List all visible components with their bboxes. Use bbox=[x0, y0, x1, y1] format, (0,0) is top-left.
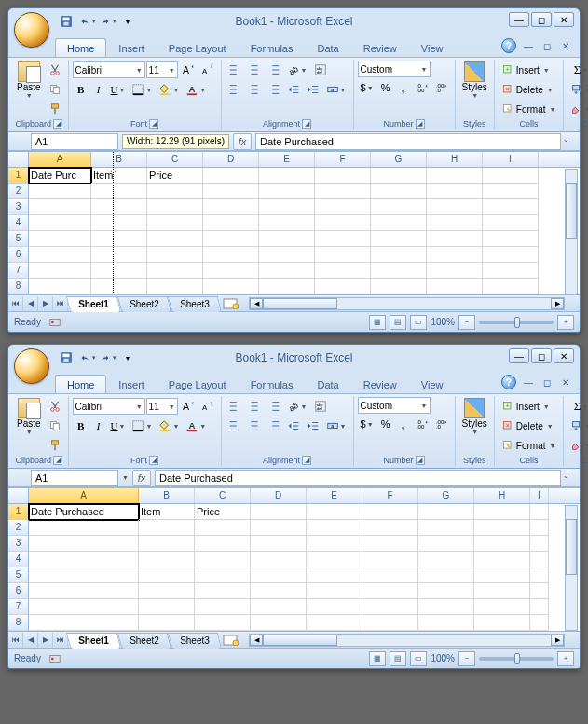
ribbon-tab-page layout[interactable]: Page Layout bbox=[157, 38, 239, 57]
sheet-nav-first[interactable]: ⏮ bbox=[8, 296, 23, 311]
column-header-D[interactable]: D bbox=[203, 152, 259, 167]
cell-F4[interactable] bbox=[362, 552, 418, 567]
help-button[interactable]: ? bbox=[501, 38, 516, 53]
qat-undo-button[interactable]: ▾ bbox=[77, 349, 96, 366]
select-all-corner[interactable] bbox=[8, 488, 29, 503]
cell-F8[interactable] bbox=[315, 279, 371, 294]
cell-D2[interactable] bbox=[251, 520, 307, 536]
currency-button[interactable]: $▼ bbox=[358, 415, 376, 433]
cell-I3[interactable] bbox=[530, 536, 549, 552]
comma-button[interactable]: , bbox=[395, 78, 412, 97]
row-header-1[interactable]: 1 bbox=[8, 168, 29, 184]
ribbon-tab-home[interactable]: Home bbox=[55, 38, 106, 57]
ribbon-tab-insert[interactable]: Insert bbox=[106, 38, 157, 57]
align-right-button[interactable] bbox=[265, 417, 283, 435]
cell-I2[interactable] bbox=[483, 184, 539, 199]
autosum-button[interactable]: Σ▼ bbox=[567, 61, 588, 79]
row-header-4[interactable]: 4 bbox=[8, 552, 29, 567]
qat-undo-button[interactable]: ▾ bbox=[77, 13, 96, 30]
cell-I7[interactable] bbox=[530, 599, 549, 615]
column-header-B[interactable]: B bbox=[91, 152, 147, 167]
page-layout-view-button[interactable]: ▤ bbox=[390, 315, 406, 330]
cell-B1[interactable]: Item bbox=[91, 168, 147, 184]
cell-I5[interactable] bbox=[530, 567, 549, 583]
ribbon-tab-home[interactable]: Home bbox=[55, 375, 106, 393]
office-button[interactable] bbox=[14, 348, 49, 384]
cell-D6[interactable] bbox=[251, 583, 307, 599]
cell-D3[interactable] bbox=[251, 536, 307, 552]
cell-A8[interactable] bbox=[29, 279, 91, 294]
cell-D6[interactable] bbox=[203, 247, 259, 263]
new-sheet-button[interactable] bbox=[221, 297, 241, 310]
cell-A5[interactable] bbox=[29, 567, 139, 583]
cell-E6[interactable] bbox=[259, 247, 315, 263]
qat-redo-button[interactable]: ▾ bbox=[98, 349, 116, 366]
bold-button[interactable]: B bbox=[73, 417, 89, 435]
cell-C3[interactable] bbox=[147, 199, 203, 215]
column-header-G[interactable]: G bbox=[371, 152, 427, 167]
hscroll-thumb[interactable] bbox=[263, 298, 337, 309]
insert-function-button[interactable]: fx bbox=[233, 133, 252, 150]
cell-C5[interactable] bbox=[195, 567, 251, 583]
cell-E3[interactable] bbox=[307, 536, 362, 552]
formula-bar[interactable]: Date Purchased bbox=[155, 470, 561, 486]
delete-cells-button[interactable]: ×Delete▼ bbox=[499, 417, 560, 435]
cell-A3[interactable] bbox=[29, 199, 91, 215]
hscroll-left[interactable]: ◀ bbox=[250, 635, 263, 646]
cell-B8[interactable] bbox=[91, 279, 147, 294]
qat-customize-button[interactable]: ▾ bbox=[118, 13, 137, 30]
row-header-2[interactable]: 2 bbox=[8, 184, 29, 199]
title-bar[interactable]: ▾ ▾ ▾ Book1 - Microsoft Excel — ◻ ✕ bbox=[8, 345, 580, 371]
mdi-close[interactable]: ✕ bbox=[559, 40, 572, 51]
sheet-nav-next[interactable]: ▶ bbox=[38, 633, 53, 648]
font-name-combo[interactable]: Calibri▼ bbox=[73, 398, 145, 415]
cell-D5[interactable] bbox=[203, 231, 259, 247]
orientation-button[interactable]: ab▼ bbox=[284, 61, 310, 79]
comma-button[interactable]: , bbox=[395, 415, 412, 433]
cell-C8[interactable] bbox=[147, 279, 203, 294]
cell-B5[interactable] bbox=[91, 231, 147, 247]
cell-H4[interactable] bbox=[474, 552, 530, 567]
cell-H7[interactable] bbox=[474, 599, 530, 615]
copy-button[interactable] bbox=[46, 80, 64, 99]
number-launcher[interactable]: ◢ bbox=[416, 456, 425, 465]
select-all-corner[interactable] bbox=[8, 152, 29, 167]
column-header-I[interactable]: I bbox=[530, 488, 549, 503]
font-name-combo[interactable]: Calibri▼ bbox=[73, 61, 145, 78]
cell-A8[interactable] bbox=[29, 615, 139, 631]
cell-G1[interactable] bbox=[371, 168, 427, 184]
cell-A1[interactable]: Date Purchased bbox=[29, 504, 139, 520]
font-launcher[interactable]: ◢ bbox=[149, 456, 158, 465]
page-break-view-button[interactable]: ▭ bbox=[410, 651, 427, 666]
ribbon-tab-insert[interactable]: Insert bbox=[106, 375, 157, 393]
cell-F5[interactable] bbox=[315, 231, 371, 247]
cell-I6[interactable] bbox=[483, 247, 539, 263]
row-header-5[interactable]: 5 bbox=[8, 567, 29, 583]
underline-button[interactable]: U▼ bbox=[108, 80, 129, 99]
cell-F3[interactable] bbox=[315, 199, 371, 215]
cell-E8[interactable] bbox=[259, 279, 315, 294]
mdi-minimize[interactable]: — bbox=[522, 40, 535, 51]
cell-D4[interactable] bbox=[203, 215, 259, 231]
cell-G4[interactable] bbox=[418, 552, 474, 567]
ribbon-tab-view[interactable]: View bbox=[409, 375, 456, 393]
cell-C2[interactable] bbox=[147, 184, 203, 199]
delete-cells-button[interactable]: ×Delete▼ bbox=[499, 80, 560, 99]
cell-F6[interactable] bbox=[315, 247, 371, 263]
cell-I8[interactable] bbox=[483, 279, 539, 294]
grow-font-button[interactable]: A bbox=[179, 61, 198, 79]
increase-indent-button[interactable] bbox=[304, 80, 322, 99]
cell-A5[interactable] bbox=[29, 231, 91, 247]
percent-button[interactable]: % bbox=[377, 415, 394, 433]
cell-D4[interactable] bbox=[251, 552, 307, 567]
cell-F3[interactable] bbox=[362, 536, 418, 552]
name-box[interactable]: A1 bbox=[31, 133, 118, 150]
underline-button[interactable]: U▼ bbox=[108, 417, 129, 435]
cell-E7[interactable] bbox=[307, 599, 362, 615]
cell-D3[interactable] bbox=[203, 199, 259, 215]
zoom-out-button[interactable]: − bbox=[458, 651, 475, 666]
font-color-button[interactable]: A▼ bbox=[183, 80, 209, 99]
column-header-E[interactable]: E bbox=[307, 488, 362, 503]
cell-G3[interactable] bbox=[418, 536, 474, 552]
sheet-tab-Sheet2[interactable]: Sheet2 bbox=[117, 633, 171, 649]
